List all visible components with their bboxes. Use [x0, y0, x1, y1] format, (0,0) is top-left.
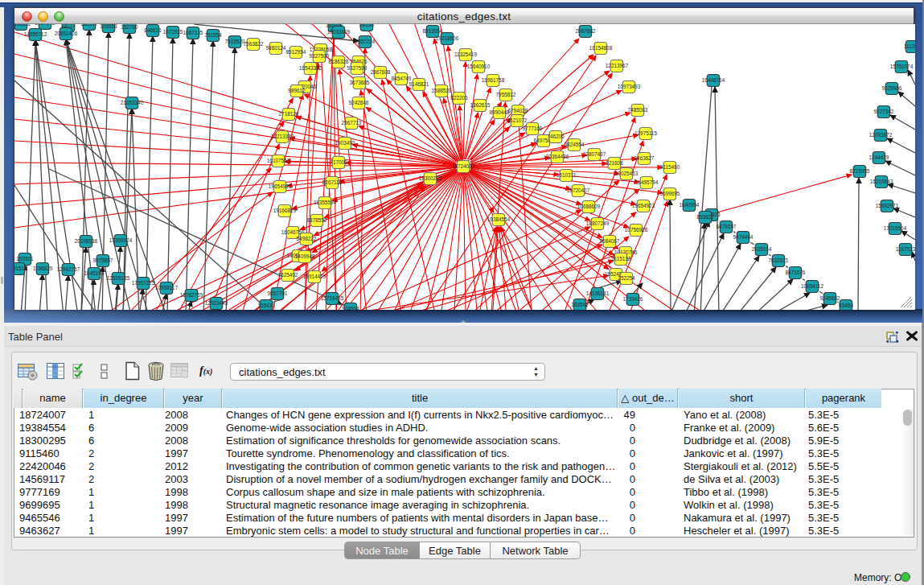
svg-text:9327508: 9327508 [347, 65, 368, 71]
svg-text:16448764: 16448764 [702, 77, 725, 83]
svg-text:21053340: 21053340 [121, 100, 144, 105]
svg-text:12975115: 12975115 [634, 130, 657, 136]
svg-text:10654112: 10654112 [801, 283, 823, 289]
svg-text:18807249: 18807249 [586, 220, 610, 226]
svg-text:1244419: 1244419 [869, 154, 889, 160]
svg-text:10688609: 10688609 [577, 204, 601, 209]
svg-text:16961758: 16961758 [482, 77, 505, 83]
svg-text:2017145: 2017145 [35, 24, 55, 26]
svg-text:252254: 252254 [618, 275, 635, 281]
svg-text:20206536: 20206536 [75, 238, 98, 244]
svg-text:9777169: 9777169 [523, 126, 543, 131]
svg-text:7625402: 7625402 [278, 272, 298, 278]
svg-text:183542: 183542 [571, 302, 589, 307]
svg-text:9146821: 9146821 [409, 81, 429, 87]
svg-text:2087682: 2087682 [576, 28, 596, 34]
svg-text:7563822: 7563822 [244, 41, 264, 47]
svg-text:1167533: 1167533 [896, 246, 915, 252]
svg-text:11325419: 11325419 [454, 51, 477, 57]
svg-text:1621072: 1621072 [507, 117, 528, 123]
svg-text:9242848: 9242848 [349, 100, 369, 105]
svg-text:2935114: 2935114 [752, 246, 772, 252]
svg-text:1640954: 1640954 [680, 202, 700, 208]
svg-text:12942757: 12942757 [57, 266, 80, 272]
svg-text:152760: 152760 [121, 24, 138, 30]
svg-text:16782759: 16782759 [180, 292, 203, 298]
svg-text:2867608: 2867608 [371, 69, 391, 75]
svg-text:8267110: 8267110 [322, 179, 343, 185]
svg-text:19384554: 19384554 [487, 216, 511, 222]
svg-text:165433: 165433 [257, 303, 275, 308]
svg-text:7955812: 7955812 [496, 92, 516, 97]
svg-text:12505135: 12505135 [107, 275, 130, 281]
svg-text:20691406: 20691406 [55, 31, 78, 36]
svg-text:8878552: 8878552 [307, 217, 327, 223]
svg-text:6479197: 6479197 [717, 224, 737, 229]
svg-text:9084067: 9084067 [600, 238, 620, 244]
svg-text:17359924: 17359924 [109, 237, 133, 243]
svg-text:717006: 717006 [330, 159, 347, 165]
svg-text:19218506: 19218506 [436, 35, 459, 41]
svg-text:7632621: 7632621 [769, 257, 789, 263]
svg-text:15720407: 15720407 [567, 187, 590, 193]
svg-text:16914479: 16914479 [303, 274, 326, 279]
svg-text:989612: 989612 [288, 88, 306, 93]
svg-text:16154808: 16154808 [589, 45, 613, 51]
svg-text:846616: 846616 [144, 27, 162, 33]
svg-text:1645194: 1645194 [84, 270, 105, 276]
svg-text:16543382: 16543382 [299, 65, 322, 71]
svg-text:10973493: 10973493 [618, 84, 641, 89]
svg-text:17957225: 17957225 [132, 280, 155, 286]
svg-text:12923445: 12923445 [205, 300, 228, 306]
svg-text:14136141: 14136141 [586, 290, 610, 296]
svg-text:1733426: 1733426 [623, 296, 643, 302]
svg-text:2967713: 2967713 [342, 120, 362, 126]
svg-text:1510311: 1510311 [556, 172, 577, 178]
svg-text:9463627: 9463627 [634, 155, 655, 161]
svg-text:7515520: 7515520 [225, 39, 245, 44]
svg-text:6794028: 6794028 [508, 108, 528, 113]
svg-text:16495794: 16495794 [635, 179, 659, 185]
svg-text:8186328: 8186328 [329, 59, 349, 64]
svg-text:1411632: 1411632 [14, 24, 31, 27]
svg-text:16107553: 16107553 [267, 158, 290, 163]
svg-text:1903493: 1903493 [335, 140, 355, 146]
svg-text:20364436: 20364436 [546, 154, 569, 159]
svg-text:893822: 893822 [696, 214, 714, 220]
svg-text:9227342: 9227342 [874, 109, 894, 114]
svg-text:10958117: 10958117 [155, 285, 178, 290]
svg-text:8813054: 8813054 [423, 28, 443, 34]
svg-text:1615132: 1615132 [611, 256, 631, 262]
svg-text:9860124: 9860124 [266, 45, 286, 51]
svg-text:15716485: 15716485 [321, 295, 344, 301]
svg-text:15751074: 15751074 [890, 64, 914, 69]
svg-text:391514: 391514 [14, 266, 27, 271]
svg-text:10025453: 10025453 [615, 171, 639, 176]
svg-text:5498222: 5498222 [297, 236, 317, 241]
svg-text:1156829: 1156829 [33, 266, 53, 271]
svg-text:1588520: 1588520 [432, 88, 452, 93]
svg-text:8990448: 8990448 [490, 109, 510, 115]
svg-text:7357224: 7357224 [355, 39, 376, 44]
svg-text:15777: 15777 [61, 24, 76, 28]
svg-text:1071915: 1071915 [163, 29, 183, 35]
svg-text:9474444: 9474444 [733, 234, 754, 240]
svg-text:3824554: 3824554 [565, 142, 585, 147]
svg-text:19654923: 19654923 [632, 203, 655, 208]
svg-text:193501: 193501 [16, 256, 34, 262]
svg-text:8471676: 8471676 [786, 270, 806, 275]
svg-text:18724007: 18724007 [452, 163, 475, 169]
svg-text:621608: 621608 [606, 160, 623, 166]
svg-text:12213389: 12213389 [271, 134, 294, 139]
svg-text:10033809: 10033809 [327, 29, 351, 35]
svg-text:822203: 822203 [450, 95, 468, 101]
svg-text:11355594: 11355594 [314, 200, 336, 205]
svg-text:15692971: 15692971 [876, 203, 899, 208]
svg-text:180517: 180517 [80, 24, 98, 27]
svg-text:10756928: 10756928 [625, 227, 648, 233]
svg-text:12213967: 12213967 [606, 63, 629, 68]
svg-text:10807467: 10807467 [583, 151, 606, 157]
svg-text:16210643: 16210643 [870, 179, 893, 184]
svg-text:1362615: 1362615 [470, 102, 491, 108]
svg-text:12093872: 12093872 [869, 132, 893, 138]
